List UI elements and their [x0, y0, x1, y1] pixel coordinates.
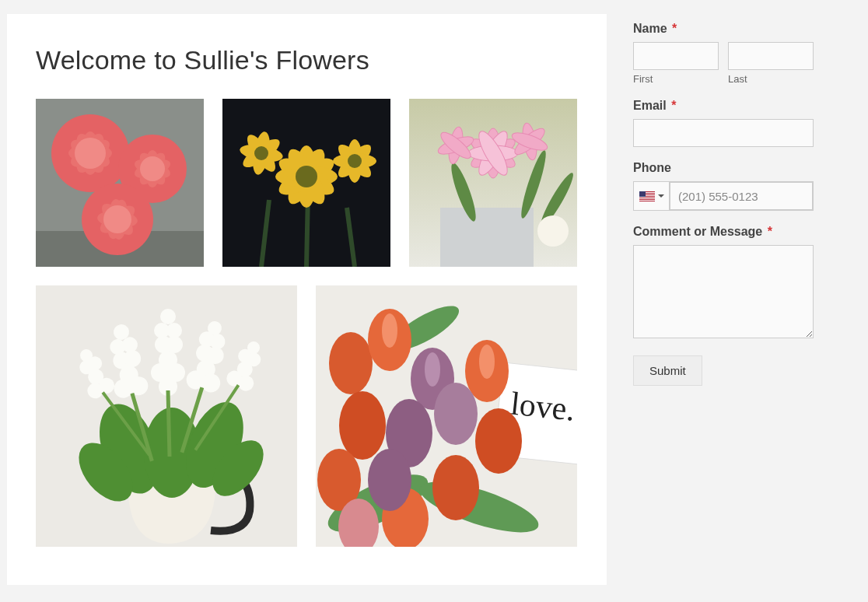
svg-point-128 — [434, 383, 478, 445]
svg-text:love.: love. — [509, 385, 576, 427]
required-asterisk: * — [768, 225, 772, 238]
us-flag-icon — [639, 191, 655, 201]
svg-point-34 — [296, 166, 317, 187]
svg-point-129 — [368, 449, 411, 511]
phone-field-group: Phone — [633, 161, 814, 211]
gallery-row-1 — [36, 99, 578, 267]
svg-rect-46 — [440, 208, 534, 267]
svg-point-83 — [166, 336, 183, 353]
svg-point-133 — [479, 345, 495, 379]
chevron-down-icon — [658, 194, 664, 198]
svg-line-88 — [168, 390, 170, 457]
comment-label: Comment or Message * — [633, 225, 814, 239]
phone-label: Phone — [633, 161, 814, 175]
svg-point-44 — [348, 154, 362, 168]
phone-input[interactable] — [670, 182, 813, 210]
submit-button[interactable]: Submit — [633, 355, 702, 386]
email-label: Email * — [633, 99, 814, 113]
gallery-image-white-stock[interactable] — [36, 285, 297, 547]
comment-textarea[interactable] — [633, 245, 814, 338]
first-name-input[interactable] — [633, 42, 719, 70]
gallery-image-yellow-daisies[interactable] — [222, 99, 390, 267]
gallery-row-2: love. — [36, 285, 578, 547]
svg-point-124 — [432, 455, 479, 520]
first-name-sublabel: First — [633, 73, 719, 85]
page-title: Welcome to Sullie's Flowers — [36, 45, 578, 75]
email-input[interactable] — [633, 119, 814, 147]
svg-point-131 — [425, 352, 440, 387]
main-content: Welcome to Sullie's Flowers — [7, 14, 607, 585]
name-label-text: Name — [633, 22, 667, 35]
contact-form: Name * First Last Email * Phone — [607, 0, 840, 602]
svg-point-16 — [140, 156, 165, 181]
name-label: Name * — [633, 22, 814, 36]
required-asterisk: * — [671, 99, 676, 112]
svg-point-120 — [339, 391, 386, 460]
svg-point-123 — [475, 408, 522, 474]
gallery-image-pink-lilies[interactable] — [409, 99, 577, 267]
comment-label-text: Comment or Message — [633, 225, 762, 238]
svg-point-9 — [75, 138, 106, 169]
last-name-input[interactable] — [728, 42, 814, 70]
svg-point-79 — [160, 309, 176, 324]
svg-point-62 — [537, 215, 569, 247]
gallery-image-pink-dahlias[interactable] — [36, 99, 204, 267]
last-name-sublabel: Last — [728, 73, 814, 85]
svg-point-39 — [254, 146, 268, 160]
required-asterisk: * — [672, 22, 677, 35]
svg-point-23 — [103, 205, 131, 233]
svg-point-132 — [382, 313, 397, 348]
email-label-text: Email — [633, 99, 667, 112]
name-field-group: Name * First Last — [633, 22, 814, 85]
email-field-group: Email * — [633, 99, 814, 147]
comment-field-group: Comment or Message * — [633, 225, 814, 341]
svg-point-118 — [329, 332, 373, 394]
phone-country-selector[interactable] — [634, 182, 670, 210]
gallery-image-tulips[interactable]: love. — [316, 285, 577, 547]
